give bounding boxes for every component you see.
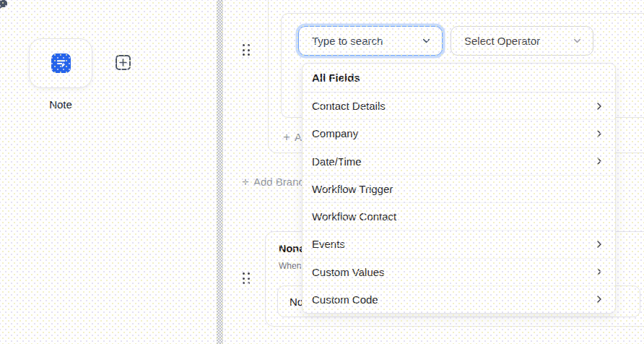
field-menu-header: All Fields <box>303 64 615 93</box>
operator-select-placeholder: Select Operator <box>464 35 540 47</box>
field-dropdown-list: Contact Details Company Date/Time Work <box>303 93 615 313</box>
field-select[interactable]: Type to search <box>298 26 443 56</box>
chevron-right-icon <box>593 238 605 250</box>
filter-drag-handle[interactable] <box>243 44 250 56</box>
chevron-down-icon <box>572 35 583 46</box>
field-menu-item[interactable]: Workflow Contact <box>303 202 615 230</box>
menu-item-label: Date/Time <box>312 155 362 168</box>
plus-icon: + <box>283 131 290 143</box>
chevron-right-icon <box>593 155 605 167</box>
field-select-placeholder: Type to search <box>312 35 383 47</box>
operator-select[interactable]: Select Operator <box>451 26 593 56</box>
plus-icon: + <box>242 176 249 188</box>
field-menu-item[interactable]: Workflow Trigger <box>303 175 615 202</box>
field-menu-item[interactable]: Contact Details <box>303 93 615 119</box>
menu-item-label: Contact Details <box>312 100 386 112</box>
field-menu-item[interactable]: Date/Time <box>303 147 615 175</box>
menu-item-label: Company <box>312 127 358 139</box>
menu-item-label: Workflow Contact <box>312 210 396 223</box>
note-icon <box>51 53 71 73</box>
none-branch-title: None <box>279 243 305 254</box>
node-label: Note <box>25 98 97 111</box>
none-branch-drag-handle[interactable] <box>243 272 250 284</box>
workflow-builder-screen: Note Type to search Select Operator + Ad… <box>0 0 644 344</box>
field-menu-item[interactable]: Custom Code <box>303 285 615 313</box>
menu-item-label: Workflow Trigger <box>312 183 393 195</box>
chevron-right-icon <box>593 293 605 305</box>
chevron-right-icon <box>593 100 605 112</box>
chevron-right-icon <box>593 128 605 139</box>
plus-icon <box>119 59 127 66</box>
note-node[interactable] <box>29 38 92 88</box>
menu-item-label: Custom Values <box>312 266 385 278</box>
panel-scrollbar[interactable] <box>217 0 223 344</box>
field-menu-item[interactable]: Events <box>303 230 615 257</box>
add-node-button[interactable] <box>116 55 131 70</box>
field-menu-item[interactable]: Company <box>303 119 615 147</box>
node-output-port <box>0 0 7 7</box>
chevron-right-icon <box>593 266 605 278</box>
menu-item-label: Custom Code <box>312 293 378 306</box>
chevron-down-icon <box>421 35 432 46</box>
menu-item-label: Events <box>312 238 345 250</box>
field-dropdown-menu: All Fields Contact Details Company Date/… <box>302 63 616 314</box>
field-menu-item[interactable]: Custom Values <box>303 258 615 285</box>
add-branch-link[interactable]: + Add Branch <box>242 176 310 188</box>
